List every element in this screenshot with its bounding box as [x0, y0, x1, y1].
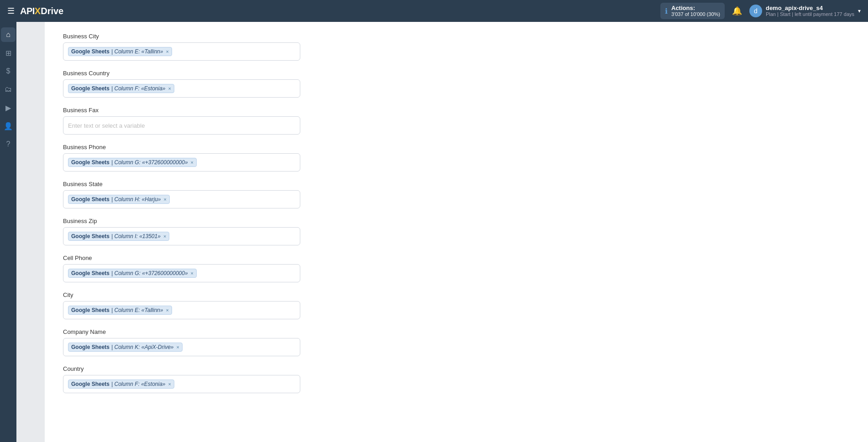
- label-cell-phone: Cell Phone: [63, 255, 300, 261]
- placeholder-text: Enter text or select a variable: [68, 122, 145, 129]
- label-business-fax: Business Fax: [63, 107, 300, 114]
- input-business-phone[interactable]: Google Sheets | Column G: «+372600000000…: [63, 153, 300, 172]
- label-country: Country: [63, 365, 300, 372]
- tag-detail: | Column G: «+372600000000»: [111, 270, 188, 276]
- tag-detail: | Column F: «Estonia»: [111, 85, 166, 92]
- sidebar-item-play[interactable]: ▶: [1, 100, 16, 115]
- tag-source: Google Sheets: [71, 48, 110, 55]
- tag-detail: | Column E: «Tallinn»: [111, 48, 163, 55]
- input-business-country[interactable]: Google Sheets | Column F: «Estonia»×: [63, 79, 300, 98]
- app-body: ⌂ ⊞ $ 🗂 ▶ 👤 ? Business CityGoogle Sheets…: [0, 22, 868, 442]
- user-info[interactable]: d demo_apix-drive_s4 Plan | Start | left…: [749, 5, 861, 18]
- user-details: demo_apix-drive_s4 Plan | Start | left u…: [766, 5, 854, 18]
- tag-source: Google Sheets: [71, 381, 110, 387]
- label-business-zip: Business Zip: [63, 218, 300, 224]
- hamburger-icon[interactable]: ☰: [7, 6, 15, 16]
- field-group-cell-phone: Cell PhoneGoogle Sheets | Column G: «+37…: [63, 255, 300, 282]
- input-business-city[interactable]: Google Sheets | Column E: «Tallinn»×: [63, 42, 300, 61]
- sidebar-item-help[interactable]: ?: [1, 137, 16, 151]
- tag-business-state: Google Sheets | Column H: «Harju»×: [68, 195, 170, 204]
- chevron-down-icon: ▾: [858, 8, 861, 14]
- label-business-country: Business Country: [63, 70, 300, 77]
- tag-close-icon[interactable]: ×: [191, 160, 193, 165]
- input-business-zip[interactable]: Google Sheets | Column I: «13501»×: [63, 227, 300, 245]
- tag-business-zip: Google Sheets | Column I: «13501»×: [68, 232, 169, 241]
- user-plan: Plan | Start | left until payment 177 da…: [766, 11, 854, 17]
- field-group-business-zip: Business ZipGoogle Sheets | Column I: «1…: [63, 218, 300, 245]
- field-group-city: CityGoogle Sheets | Column E: «Tallinn»×: [63, 291, 300, 319]
- tag-source: Google Sheets: [71, 159, 110, 166]
- content-area: Business CityGoogle Sheets | Column E: «…: [45, 22, 868, 442]
- tag-detail: | Column I: «13501»: [111, 233, 161, 239]
- input-business-fax[interactable]: Enter text or select a variable: [63, 116, 300, 135]
- field-group-business-country: Business CountryGoogle Sheets | Column F…: [63, 70, 300, 98]
- actions-text: Actions: 3'037 of 10'000 (30%): [671, 5, 720, 18]
- form-section: Business CityGoogle Sheets | Column E: «…: [63, 33, 300, 393]
- tag-business-phone: Google Sheets | Column G: «+372600000000…: [68, 158, 197, 167]
- actions-badge: ℹ Actions: 3'037 of 10'000 (30%): [660, 3, 725, 20]
- actions-title: Actions:: [671, 5, 720, 12]
- left-panel: [16, 22, 45, 442]
- logo-api-text: API: [20, 6, 35, 16]
- tag-city: Google Sheets | Column E: «Tallinn»×: [68, 306, 172, 315]
- input-cell-phone[interactable]: Google Sheets | Column G: «+372600000000…: [63, 264, 300, 282]
- field-group-country: CountryGoogle Sheets | Column F: «Estoni…: [63, 365, 300, 393]
- sidebar-item-home[interactable]: ⌂: [1, 27, 16, 42]
- tag-source: Google Sheets: [71, 196, 110, 203]
- tag-close-icon[interactable]: ×: [168, 86, 171, 91]
- nav-left: ☰ API X Drive: [7, 6, 63, 16]
- input-city[interactable]: Google Sheets | Column E: «Tallinn»×: [63, 301, 300, 319]
- logo-x-text: X: [35, 6, 41, 16]
- label-business-phone: Business Phone: [63, 144, 300, 151]
- label-city: City: [63, 291, 300, 298]
- field-group-business-city: Business CityGoogle Sheets | Column E: «…: [63, 33, 300, 61]
- tag-source: Google Sheets: [71, 270, 110, 276]
- tag-close-icon[interactable]: ×: [164, 197, 167, 202]
- tag-detail: | Column H: «Harju»: [111, 196, 161, 203]
- tag-close-icon[interactable]: ×: [166, 307, 168, 313]
- tag-company-name: Google Sheets | Column K: «ApiX-Drive»×: [68, 343, 183, 352]
- input-company-name[interactable]: Google Sheets | Column K: «ApiX-Drive»×: [63, 338, 300, 356]
- input-country[interactable]: Google Sheets | Column F: «Estonia»×: [63, 375, 300, 393]
- tag-source: Google Sheets: [71, 233, 110, 239]
- avatar: d: [749, 5, 762, 17]
- nav-right: ℹ Actions: 3'037 of 10'000 (30%) 🔔 d dem…: [660, 3, 861, 20]
- top-navigation: ☰ API X Drive ℹ Actions: 3'037 of 10'000…: [0, 0, 868, 22]
- main-area: Business CityGoogle Sheets | Column E: «…: [16, 22, 868, 442]
- tag-detail: | Column F: «Estonia»: [111, 381, 166, 387]
- tag-business-city: Google Sheets | Column E: «Tallinn»×: [68, 47, 172, 56]
- tag-detail: | Column G: «+372600000000»: [111, 159, 188, 166]
- sidebar-item-briefcase[interactable]: 🗂: [1, 82, 16, 97]
- tag-detail: | Column K: «ApiX-Drive»: [111, 344, 174, 350]
- input-business-state[interactable]: Google Sheets | Column H: «Harju»×: [63, 190, 300, 208]
- tag-country: Google Sheets | Column F: «Estonia»×: [68, 380, 174, 389]
- user-name: demo_apix-drive_s4: [766, 5, 854, 12]
- sidebar-item-dollar[interactable]: $: [1, 64, 16, 78]
- tag-source: Google Sheets: [71, 307, 110, 313]
- actions-count: 3'037 of 10'000 (30%): [671, 11, 720, 17]
- tag-close-icon[interactable]: ×: [191, 270, 193, 276]
- label-company-name: Company Name: [63, 328, 300, 335]
- tag-close-icon[interactable]: ×: [166, 49, 168, 54]
- logo: API X Drive: [20, 6, 63, 16]
- tag-close-icon[interactable]: ×: [177, 344, 179, 350]
- tag-close-icon[interactable]: ×: [163, 234, 166, 239]
- label-business-state: Business State: [63, 181, 300, 187]
- tag-close-icon[interactable]: ×: [168, 381, 171, 387]
- info-icon: ℹ: [665, 7, 668, 16]
- logo-drive-text: Drive: [41, 6, 63, 16]
- field-group-business-state: Business StateGoogle Sheets | Column H: …: [63, 181, 300, 208]
- field-group-company-name: Company NameGoogle Sheets | Column K: «A…: [63, 328, 300, 356]
- label-business-city: Business City: [63, 33, 300, 40]
- tag-detail: | Column E: «Tallinn»: [111, 307, 163, 313]
- sidebar-item-grid[interactable]: ⊞: [1, 46, 16, 60]
- field-group-business-fax: Business FaxEnter text or select a varia…: [63, 107, 300, 135]
- sidebar-item-user[interactable]: 👤: [1, 119, 16, 133]
- bell-icon[interactable]: 🔔: [732, 6, 742, 16]
- tag-source: Google Sheets: [71, 344, 110, 350]
- sidebar: ⌂ ⊞ $ 🗂 ▶ 👤 ?: [0, 22, 16, 442]
- tag-cell-phone: Google Sheets | Column G: «+372600000000…: [68, 269, 197, 278]
- tag-source: Google Sheets: [71, 85, 110, 92]
- tag-business-country: Google Sheets | Column F: «Estonia»×: [68, 84, 174, 93]
- field-group-business-phone: Business PhoneGoogle Sheets | Column G: …: [63, 144, 300, 172]
